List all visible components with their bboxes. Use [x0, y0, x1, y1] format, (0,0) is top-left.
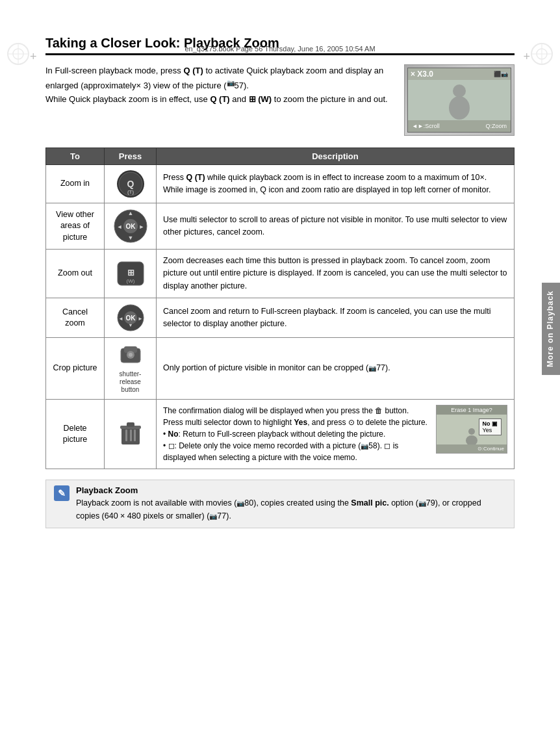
svg-point-16	[453, 84, 466, 97]
svg-rect-47	[134, 430, 136, 441]
note-content: Playback Zoom Playback zoom is not avail…	[76, 485, 506, 522]
note-title: Playback Zoom	[76, 485, 506, 495]
view-other-press: ▲ ▼ ◄ ► OK	[105, 203, 157, 250]
table-row-zoom-out: Zoom out ⊞ (W) Zoom decreases each time …	[46, 250, 515, 298]
svg-text:►: ►	[138, 316, 143, 322]
svg-point-49	[466, 435, 477, 444]
note-text: Playback zoom is not available with movi…	[76, 497, 506, 522]
table-row-view-other: View otherareas ofpicture ▲ ▼ ◄ ►	[46, 203, 515, 250]
delete-yes-no-options: No ▣ Yes	[479, 418, 502, 435]
svg-text:Q: Q	[127, 179, 134, 189]
delete-picture-to: Deletepicture	[46, 400, 105, 469]
delete-text-content: The confirmation dialog will be displaye…	[163, 405, 428, 463]
camera-lcd-display: × X3.0 ⬛📷 ◄►:Scroll Q:Zoom	[404, 64, 515, 136]
table-row-crop-picture: Crop picture shutter-releasebutton	[46, 338, 515, 400]
table-row-cancel-zoom: Cancel zoom ▲ ▼ ◄ ► OK	[46, 298, 515, 338]
intro-paragraph-1: In Full-screen playback mode, press Q (T…	[45, 64, 391, 107]
zoom-out-description: Zoom decreases each time this button is …	[157, 250, 515, 298]
cancel-zoom-to: Cancel zoom	[46, 298, 105, 338]
crop-picture-description: Only portion of picture visible in monit…	[157, 338, 515, 400]
page-wrapper: + + + + en_q3175.book Page 56 Thursday, …	[0, 36, 560, 733]
delete-lcd-bottom: ⊙:Continue	[437, 444, 507, 453]
delete-picture-press	[105, 400, 157, 469]
view-other-to: View otherareas ofpicture	[46, 203, 105, 250]
shutter-release-icon	[118, 343, 144, 369]
note-icon: ✎	[54, 485, 70, 501]
cancel-zoom-description: Cancel zoom and return to Full-screen pl…	[157, 298, 515, 338]
zoom-out-press: ⊞ (W)	[105, 250, 157, 298]
zoom-in-to: Zoom in	[46, 165, 105, 203]
svg-text:(T): (T)	[127, 189, 134, 195]
svg-text:▲: ▲	[127, 210, 133, 216]
cancel-zoom-press: ▲ ▼ ◄ ► OK	[105, 298, 157, 338]
table-row-delete-picture: Deletepicture	[46, 400, 515, 469]
corner-decoration-tr	[529, 41, 555, 67]
svg-rect-44	[127, 422, 134, 427]
corner-decoration-tl	[5, 41, 31, 67]
svg-point-48	[468, 428, 475, 435]
crop-picture-press: shutter-releasebutton	[105, 338, 157, 400]
delete-picture-description: The confirmation dialog will be displaye…	[157, 400, 515, 469]
main-content: Taking a Closer Look: Playback Zoom In F…	[45, 36, 515, 528]
zoom-out-to: Zoom out	[46, 250, 105, 298]
svg-text:▼: ▼	[127, 235, 133, 241]
table-header-description: Description	[157, 148, 515, 165]
side-tab: More on Playback	[542, 283, 560, 375]
lcd-person-area	[408, 80, 511, 120]
intro-section: In Full-screen playback mode, press Q (T…	[45, 64, 515, 136]
q-t-button-icon: Q (T)	[117, 170, 144, 198]
table-header-press: Press	[105, 148, 157, 165]
svg-text:OK: OK	[125, 315, 136, 322]
svg-text:OK: OK	[125, 223, 136, 230]
crop-picture-to: Crop picture	[46, 338, 105, 400]
svg-text:(W): (W)	[126, 278, 134, 284]
svg-text:⊞: ⊞	[127, 268, 134, 277]
zoom-in-description: Press Q (T) while quick playback zoom is…	[157, 165, 515, 203]
table-row-zoom-in: Zoom in Q (T)	[46, 165, 515, 203]
delete-lcd-top-label: Erase 1 Image?	[437, 405, 507, 415]
lcd-bottom-bar: ◄►:Scroll Q:Zoom	[408, 120, 511, 132]
top-right-crosshair: +	[523, 50, 530, 64]
svg-rect-45	[125, 430, 127, 441]
svg-point-41	[129, 353, 133, 357]
svg-text:◄: ◄	[118, 316, 123, 322]
zoom-in-press: Q (T)	[105, 165, 157, 203]
delete-confirmation-lcd: Erase 1 Image? No ▣ Yes	[436, 405, 507, 454]
reference-table: To Press Description Zoom in Q	[45, 148, 515, 469]
table-header-to: To	[46, 148, 105, 165]
svg-point-17	[449, 96, 470, 120]
note-box: ✎ Playback Zoom Playback zoom is not ava…	[45, 480, 515, 528]
top-left-crosshair: +	[30, 50, 37, 64]
ok-button-icon: ▲ ▼ ◄ ► OK	[113, 303, 148, 332]
trash-icon	[119, 421, 142, 447]
svg-text:◄: ◄	[116, 224, 122, 230]
shutter-label: shutter-releasebutton	[120, 370, 142, 394]
svg-text:►: ►	[138, 224, 144, 230]
intro-text: In Full-screen playback mode, press Q (T…	[45, 64, 391, 112]
w-button-icon: ⊞ (W)	[116, 261, 145, 287]
svg-rect-46	[130, 430, 132, 441]
file-info: en_q3175.book Page 56 Thursday, June 16,…	[39, 45, 521, 53]
multi-selector-icon: ▲ ▼ ◄ ► OK	[113, 209, 148, 244]
lcd-top-bar: × X3.0 ⬛📷	[408, 68, 511, 80]
view-other-description: Use multi selector to scroll to areas of…	[157, 203, 515, 250]
